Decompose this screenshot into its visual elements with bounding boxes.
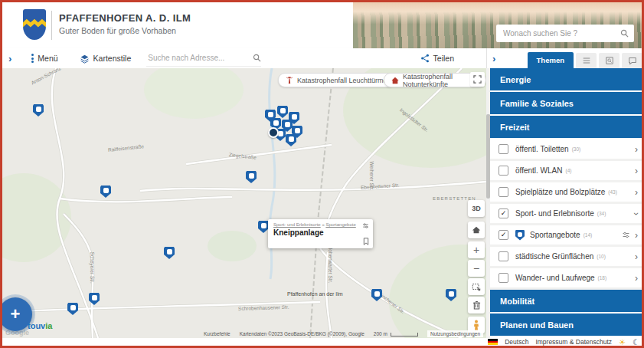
tab-themen[interactable]: Themen: [528, 52, 574, 68]
layer-count: (10): [597, 254, 606, 259]
layer-count: (18): [598, 275, 607, 281]
site-search-input[interactable]: [502, 28, 616, 38]
divider: [51, 11, 52, 40]
legal-link[interactable]: Impressum & Datenschutz: [535, 338, 612, 346]
zoom-out-button[interactable]: −: [468, 260, 485, 277]
map-marker[interactable]: [89, 293, 100, 305]
map-popup[interactable]: Sport- und Erlebnisorte » Sportangebote …: [268, 219, 373, 248]
fullscreen-button[interactable]: [470, 72, 485, 87]
layer-label: Sportangebote: [530, 231, 580, 239]
language-button[interactable]: Deutsch: [505, 338, 528, 346]
map-marker[interactable]: [246, 171, 257, 183]
category-mobilitaet[interactable]: Mobilität: [490, 290, 644, 312]
select-area-icon: [472, 282, 481, 291]
layer-row-gruenflaechen[interactable]: städtische Grünflächen (10) ›: [490, 247, 644, 268]
checkbox[interactable]: [499, 273, 508, 283]
layer-row-wander-laufwege[interactable]: Wander- und Laufwege (18) ›: [490, 268, 644, 290]
collapse-left-icon[interactable]: ›: [8, 53, 11, 64]
banner-photo: [353, 2, 642, 48]
pegman-icon: [472, 320, 480, 330]
sidebar-tabs: Themen: [528, 52, 644, 68]
bookmark-icon[interactable]: [363, 238, 369, 245]
menu-button[interactable]: Menü: [31, 54, 57, 63]
checkbox[interactable]: [499, 251, 508, 261]
checkbox[interactable]: [499, 166, 508, 176]
layer-row-sport-erlebnisorte[interactable]: ✓ Sport- und Erlebnisorte (34) ›: [490, 204, 644, 225]
chevron-right-icon[interactable]: ›: [635, 166, 638, 176]
shelter-icon: [391, 77, 399, 84]
copyright-text: Kartendaten ©2023 GeoBasis-DE/BKG (©2009…: [240, 331, 364, 337]
checkbox[interactable]: [499, 187, 508, 197]
category-familie-soziales[interactable]: Familie & Soziales: [490, 92, 644, 114]
address-search-input[interactable]: [146, 53, 250, 63]
map-marker[interactable]: [371, 289, 382, 301]
chevron-right-icon[interactable]: ›: [635, 188, 638, 197]
map-marker[interactable]: [277, 106, 288, 118]
share-button[interactable]: Teilen: [420, 54, 454, 63]
map-styles-button[interactable]: Kartenstile: [80, 54, 132, 64]
cluster-dot[interactable]: [268, 127, 279, 138]
address-search[interactable]: [146, 51, 261, 67]
map-marker[interactable]: [258, 221, 269, 233]
layer-row-sportangebote[interactable]: ✓ Sportangebote (14) ›: [490, 225, 644, 247]
tab-feedback[interactable]: [622, 53, 642, 68]
site-search[interactable]: [496, 25, 634, 42]
pill-katastrophenfall-leuchttuerme[interactable]: Katastrophenfall Leuchttürme: [278, 73, 395, 87]
terms-link[interactable]: Nutzungsbedingungen: [427, 330, 483, 337]
home-icon: [472, 225, 481, 235]
layer-count: (4): [566, 168, 572, 173]
layer-row-wlan[interactable]: öffentl. WLAN (4) ›: [490, 161, 644, 182]
document-search-icon: [605, 56, 614, 65]
map-marker[interactable]: [33, 104, 44, 117]
zoom-in-button[interactable]: +: [468, 241, 485, 258]
chevron-right-icon[interactable]: ›: [635, 274, 638, 283]
filter-icon[interactable]: [622, 231, 630, 239]
breadcrumb-link-subcategory[interactable]: Sportangebote: [325, 222, 355, 227]
search-icon[interactable]: [253, 54, 261, 62]
layer-label: öffentl. Toiletten: [515, 145, 569, 153]
layer-row-toiletten[interactable]: öffentl. Toiletten (30) ›: [490, 140, 644, 161]
delete-button[interactable]: [468, 297, 485, 314]
marker-layer: [2, 68, 486, 338]
chevron-down-icon[interactable]: ›: [632, 212, 641, 215]
checkbox-checked[interactable]: ✓: [499, 230, 508, 240]
layers-icon: [80, 54, 90, 64]
breadcrumb-link-category[interactable]: Sport- und Erlebnisorte: [273, 222, 321, 227]
home-button[interactable]: [468, 222, 485, 238]
search-icon[interactable]: [620, 29, 629, 38]
layer-label: öffentl. WLAN: [515, 166, 563, 175]
category-planen-bauen[interactable]: Planen und Bauen: [490, 314, 644, 336]
chevron-right-icon[interactable]: ›: [635, 145, 638, 154]
category-freizeit[interactable]: Freizeit: [490, 116, 644, 138]
select-area-button[interactable]: [468, 278, 485, 295]
collapse-sidebar-icon[interactable]: ›: [492, 53, 495, 64]
lighthouse-icon: [286, 76, 293, 84]
map-marker[interactable]: [164, 247, 175, 259]
map-marker[interactable]: [446, 289, 456, 301]
scale-bar: [391, 333, 418, 337]
shortcuts-link[interactable]: Kurzbefehle: [204, 331, 230, 337]
popup-title: Kneippanlage: [273, 228, 368, 237]
checkbox[interactable]: [499, 144, 508, 154]
light-mode-icon[interactable]: ☀: [619, 338, 626, 346]
layer-row-spielplaetze[interactable]: Spielplätze und Bolzplätze (43) ›: [490, 182, 644, 204]
chevron-right-icon[interactable]: ›: [635, 231, 638, 240]
filter-icon[interactable]: [362, 222, 369, 229]
sidebar-header: › Themen: [486, 48, 644, 68]
dark-mode-icon[interactable]: ☾: [633, 338, 639, 346]
tab-object-search[interactable]: [599, 53, 619, 68]
layer-label: Wander- und Laufwege: [515, 274, 595, 282]
map-canvas[interactable]: Anton-Schranz-Str.Ingolstädter Str.Raiff…: [2, 68, 486, 338]
category-energie[interactable]: Energie: [490, 68, 644, 90]
tab-legend[interactable]: [576, 53, 597, 68]
toggle-3d-button[interactable]: 3D: [468, 200, 485, 217]
map-marker[interactable]: [286, 134, 296, 146]
checkbox-checked[interactable]: ✓: [499, 208, 508, 218]
fullscreen-icon: [473, 75, 482, 84]
map-marker[interactable]: [67, 303, 78, 315]
header: PFAFFENHOFEN A. D. ILM Guter Boden für g…: [2, 2, 353, 48]
map-attribution: Kurzbefehle Kartendaten ©2023 GeoBasis-D…: [2, 330, 486, 338]
map-marker[interactable]: [100, 185, 111, 198]
chevron-right-icon[interactable]: ›: [635, 252, 638, 261]
scale-control: 200 m: [374, 331, 418, 337]
